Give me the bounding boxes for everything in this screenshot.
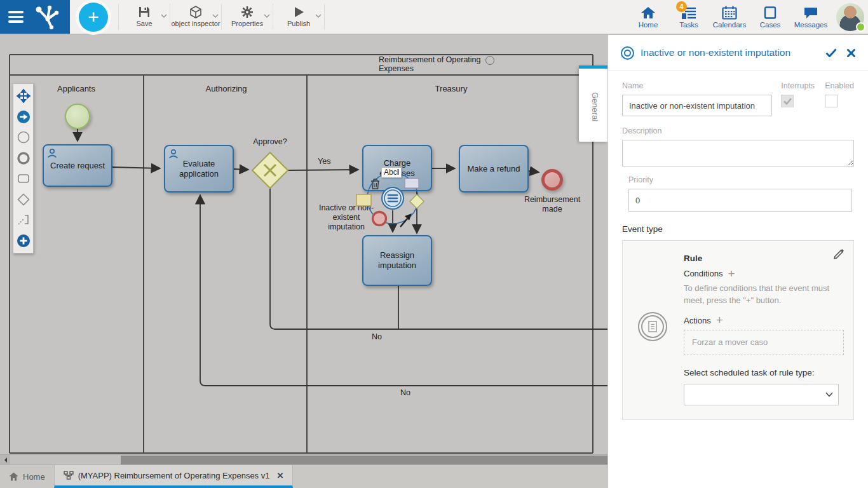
tab-home[interactable]: Home: [0, 465, 54, 488]
arrow-tool-icon[interactable]: [16, 109, 31, 125]
nav-messages[interactable]: Messages: [792, 6, 830, 29]
app-brand[interactable]: [0, 0, 70, 34]
flow-gateway-yes: [288, 170, 358, 170]
enabled-label: Enabled: [825, 81, 854, 90]
description-textarea[interactable]: [622, 140, 854, 166]
bpmn-canvas[interactable]: Applicants Authorizing Treasury Reimburs…: [0, 35, 607, 488]
add-button[interactable]: +: [79, 3, 108, 32]
bottom-tabbar: Home (MYAPP) Reimbursement of Operating …: [0, 464, 607, 488]
person-icon: [168, 149, 179, 159]
interrupts-label: Interrupts: [781, 81, 815, 90]
nav-tasks-label: Tasks: [679, 21, 698, 29]
priority-label: Priority: [628, 175, 854, 184]
process-icon: [64, 471, 74, 480]
gateway-tool-icon[interactable]: [16, 192, 31, 207]
nav-home[interactable]: Home: [629, 6, 667, 29]
object-inspector-button[interactable]: object inspector: [170, 0, 221, 34]
confirm-icon[interactable]: [825, 48, 837, 57]
panel-header: Inactive or non-existent imputation: [608, 35, 868, 71]
add-condition-button[interactable]: +: [728, 269, 735, 278]
chevron-down-icon[interactable]: [264, 14, 270, 18]
save-icon: [138, 6, 151, 18]
task-reassign-imputation[interactable]: Reassign imputation: [362, 235, 432, 286]
play-icon: [292, 6, 305, 18]
chevron-down-icon[interactable]: [161, 14, 167, 18]
event-type-box: Rule Conditions + To define conditions t…: [622, 240, 854, 420]
start-event-tool-icon[interactable]: [16, 130, 31, 145]
move-tool-icon[interactable]: [16, 88, 31, 104]
boundary-event-label: Inactive or non-existent imputation: [318, 203, 375, 231]
lane-authorizing: Authorizing: [188, 84, 264, 93]
select-task-label: Select scheduled task of rule type:: [684, 368, 842, 377]
properties-button[interactable]: Properties: [222, 0, 273, 34]
home-icon: [641, 6, 656, 20]
end-event-label: Reimbursement made: [521, 195, 583, 214]
description-label: Description: [622, 126, 854, 135]
cube-icon: [189, 6, 202, 18]
event-type-icon: [621, 46, 634, 60]
event-type-heading: Event type: [622, 224, 854, 234]
chevron-down-icon[interactable]: [212, 14, 219, 18]
nav-cases-label: Cases: [760, 21, 781, 29]
rule-title: Rule: [684, 254, 842, 263]
edge-label-yes: Yes: [318, 157, 330, 166]
start-event[interactable]: [65, 104, 90, 129]
nav-calendars[interactable]: Calendars: [710, 6, 749, 29]
nav-tasks[interactable]: 4 Tasks: [670, 6, 708, 29]
flow-create-to-evaluate: [112, 167, 159, 168]
end-event[interactable]: [541, 169, 563, 191]
tasks-badge: 4: [676, 1, 687, 12]
scheduled-task-select[interactable]: [684, 384, 839, 405]
task-evaluate-application[interactable]: Evaluate application: [164, 145, 234, 193]
tab-general[interactable]: General: [579, 65, 607, 142]
object-inspector-label: object inspector: [171, 20, 220, 28]
add-action-button[interactable]: +: [716, 316, 723, 325]
chevron-down-icon[interactable]: [315, 14, 322, 18]
pool-collapse-icon[interactable]: [485, 56, 494, 65]
end-event-tool-icon[interactable]: [16, 151, 31, 166]
close-tab-icon[interactable]: ✕: [276, 471, 283, 480]
name-input[interactable]: [622, 95, 772, 116]
save-button[interactable]: Save: [119, 0, 170, 34]
task-tool-icon[interactable]: [16, 171, 31, 186]
lane-applicants: Applicants: [38, 84, 114, 93]
chevron-down-icon: [825, 392, 833, 397]
shape-palette: [13, 83, 34, 254]
task-label: Make a refund: [467, 164, 520, 174]
nav-cases[interactable]: Cases: [751, 6, 789, 29]
gateway-label: Approve?: [245, 137, 295, 146]
canvas-hscrollbar[interactable]: [0, 454, 607, 464]
edit-icon[interactable]: [833, 248, 844, 260]
name-label: Name: [622, 81, 772, 90]
action-placeholder[interactable]: Forzar a mover caso: [684, 330, 844, 355]
person-icon: [47, 148, 57, 158]
task-make-a-refund[interactable]: Make a refund: [459, 145, 529, 193]
task-create-request[interactable]: Create request: [43, 144, 112, 187]
lane-treasury: Treasury: [413, 84, 489, 93]
add-shape-tool-icon[interactable]: [16, 233, 31, 248]
calendar-icon: [722, 6, 737, 20]
scrollbar-thumb[interactable]: [121, 456, 607, 464]
save-label: Save: [136, 20, 152, 28]
interrupts-checkbox[interactable]: [781, 95, 794, 107]
scroll-left-arrow[interactable]: [0, 455, 10, 465]
gateway-approve[interactable]: [252, 152, 288, 188]
enabled-checkbox[interactable]: [825, 95, 837, 107]
user-avatar[interactable]: [836, 3, 864, 31]
cases-icon: [763, 6, 778, 20]
task-label: Evaluate application: [168, 159, 230, 179]
tab-process-active[interactable]: (MYAPP) Reimbursement of Operating Expen…: [54, 465, 294, 488]
rule-event-icon: [638, 312, 667, 341]
priority-input[interactable]: [628, 189, 852, 212]
pool-title-text: Reimbursement of Operating Expenses: [379, 55, 482, 74]
rename-tool[interactable]: AbcI: [381, 167, 402, 178]
text-cursor-icon: I: [397, 168, 399, 177]
actions-label: Actions: [684, 316, 711, 325]
connector-tool-icon[interactable]: [16, 212, 31, 227]
publish-button[interactable]: Publish: [273, 0, 324, 34]
close-icon[interactable]: [847, 49, 855, 57]
messages-icon: [803, 6, 818, 20]
flow-evaluate-to-gateway: [234, 169, 248, 170]
task-label: Create request: [50, 161, 105, 171]
menu-icon[interactable]: [8, 11, 24, 23]
